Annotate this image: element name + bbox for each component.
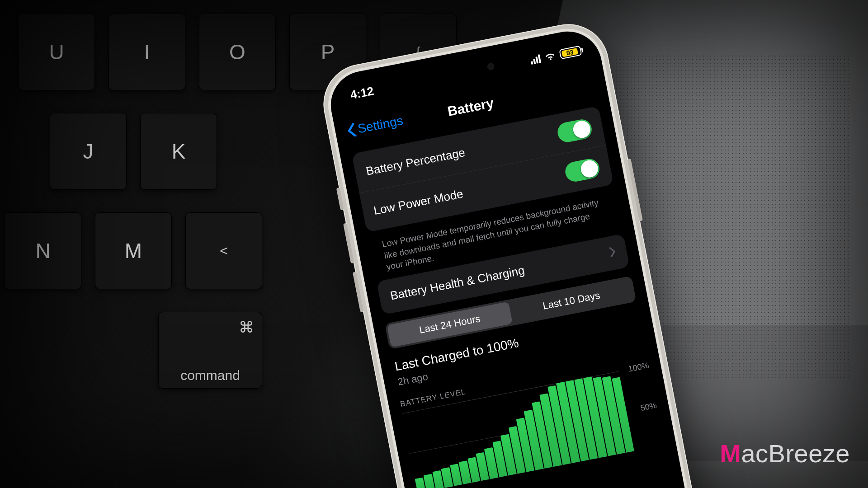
- watermark: MacBreeze: [720, 439, 850, 468]
- page-title: Battery: [446, 95, 495, 119]
- keycap-command: ⌘ command: [158, 312, 262, 389]
- status-time: 4:12: [349, 84, 375, 102]
- back-button[interactable]: Settings: [346, 113, 404, 138]
- back-label: Settings: [357, 113, 404, 136]
- keycap: <: [185, 212, 262, 289]
- watermark-rest: acBreeze: [741, 439, 850, 468]
- battery-percentage-toggle[interactable]: [556, 118, 594, 144]
- keycap: M: [95, 212, 172, 289]
- chevron-right-icon: [608, 245, 617, 260]
- settings-content: Battery Percentage Low Power Mode Low Po…: [352, 106, 665, 488]
- keycap: K: [140, 113, 217, 190]
- command-glyph-icon: ⌘: [239, 318, 254, 336]
- keycap: J: [50, 113, 127, 190]
- keycap: U: [18, 14, 95, 90]
- low-power-mode-toggle[interactable]: [564, 157, 601, 183]
- battery-level-chart: 100% 50%: [402, 366, 664, 488]
- background-scene: U I O P { J K < N M ⌘ command 4:12: [0, 0, 868, 488]
- cellular-signal-icon: [530, 54, 541, 65]
- keycap: N: [5, 212, 81, 289]
- watermark-prefix: M: [720, 439, 741, 468]
- wifi-icon: [544, 51, 556, 62]
- keycap: I: [108, 14, 185, 90]
- y-axis-label: 50%: [640, 401, 657, 413]
- row-label: Battery Percentage: [365, 145, 466, 178]
- keycap: O: [199, 14, 276, 90]
- chevron-left-icon: [346, 123, 357, 138]
- row-label: Low Power Mode: [373, 187, 464, 218]
- battery-status-icon: 93: [559, 46, 582, 60]
